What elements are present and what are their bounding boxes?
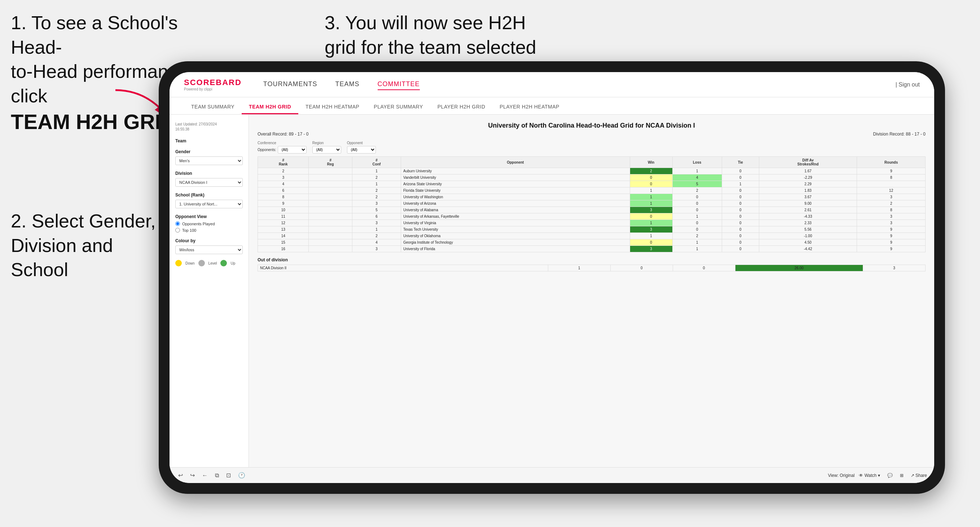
opponent-view-label: Opponent View: [175, 214, 243, 219]
table-row: 82University of Washington1003.673: [258, 194, 926, 200]
sign-out-button[interactable]: | Sign out: [896, 81, 920, 88]
region-label: Region: [312, 141, 341, 145]
view-original[interactable]: View: Original: [828, 473, 855, 478]
comment-button[interactable]: 💬: [887, 473, 893, 478]
filters-row: Conference Opponents: (All) Region (All)…: [258, 141, 926, 154]
tablet-screen: SCOREBARD Powered by clippi TOURNAMENTS …: [170, 72, 934, 483]
school-section: School (Rank) 1. University of Nort...: [175, 192, 243, 208]
annotation-mid-left: 2. Select Gender, Division and School: [11, 209, 156, 282]
col-opponent: Opponent: [401, 157, 630, 168]
division-select[interactable]: NCAA Division I: [175, 178, 243, 187]
table-row: 105University of Alabama3002.618: [258, 207, 926, 213]
sub-nav: TEAM SUMMARY TEAM H2H GRID TEAM H2H HEAT…: [170, 97, 934, 114]
opponent-view-section: Opponent View Opponents Played Top 100: [175, 214, 243, 232]
opponent-view-radios: Opponents Played Top 100: [175, 221, 243, 232]
out-of-division-row: NCAA Division II 1 0 0 26.00 3: [258, 265, 926, 271]
colour-select[interactable]: Win/loss: [175, 246, 243, 254]
table-row: 163University of Florida310-4.429: [258, 246, 926, 252]
table-row: 131Texas Tech University3005.569: [258, 226, 926, 233]
nav-committee[interactable]: COMMITTEE: [378, 79, 420, 90]
col-tie: Tie: [722, 157, 759, 168]
ood-tie: 0: [673, 265, 735, 271]
col-rank: #Rank: [258, 157, 309, 168]
app-header: SCOREBARD Powered by clippi TOURNAMENTS …: [170, 72, 934, 97]
ood-loss: 0: [610, 265, 673, 271]
region-select[interactable]: (All): [312, 146, 341, 154]
gender-section: Gender Men's: [175, 149, 243, 165]
records-row: Overall Record: 89 - 17 - 0 Division Rec…: [258, 132, 926, 137]
overall-record: Overall Record: 89 - 17 - 0: [258, 132, 309, 137]
radio-top-100[interactable]: Top 100: [175, 228, 243, 232]
table-row: 32Vanderbilt University040-2.298: [258, 175, 926, 181]
ood-diff: 26.00: [735, 265, 863, 271]
table-row: 142University of Oklahoma120-1.009: [258, 233, 926, 239]
opponent-select[interactable]: (All): [347, 146, 376, 154]
toolbar-bottom: ↩ ↪ ← ⧉ ⊡ 🕐 View: Original 👁 Watch ▾ 💬 ⊞…: [170, 467, 934, 483]
gender-select[interactable]: Men's: [175, 156, 243, 165]
main-content: Last Updated: 27/03/2024 16:55:38 Team G…: [170, 114, 934, 467]
col-rounds: Rounds: [857, 157, 926, 168]
subnav-player-summary[interactable]: PLAYER SUMMARY: [366, 100, 430, 114]
division-section: Division NCAA Division I: [175, 171, 243, 187]
region-filter: Region (All): [312, 141, 341, 154]
school-select[interactable]: 1. University of Nort...: [175, 200, 243, 208]
subnav-team-summary[interactable]: TEAM SUMMARY: [184, 100, 242, 114]
division-record: Division Record: 88 - 17 - 0: [873, 132, 926, 137]
share-button[interactable]: ↗ Share: [911, 473, 927, 478]
col-diff: Diff AvStrokes/Rnd: [759, 157, 857, 168]
team-section: Team: [175, 138, 243, 143]
table-row: 41Arizona State University0512.29: [258, 181, 926, 187]
division-label: Division: [175, 171, 243, 176]
subnav-player-h2h-grid[interactable]: PLAYER H2H GRID: [430, 100, 493, 114]
conference-label: Conference: [258, 141, 307, 145]
conference-select[interactable]: (All): [278, 146, 307, 154]
down-label: Down: [185, 261, 195, 265]
paste-button[interactable]: ⊡: [225, 470, 232, 480]
data-title: University of North Carolina Head-to-Hea…: [258, 122, 926, 129]
level-dot: [198, 260, 205, 267]
gender-label: Gender: [175, 149, 243, 154]
down-dot: [175, 260, 182, 267]
toolbar-right: 👁 Watch ▾ 💬 ⊞ ↗ Share: [859, 473, 927, 478]
clock-button[interactable]: 🕐: [237, 470, 247, 480]
col-loss: Loss: [672, 157, 722, 168]
subnav-team-h2h-grid[interactable]: TEAM H2H GRID: [242, 100, 298, 114]
tablet-frame: SCOREBARD Powered by clippi TOURNAMENTS …: [159, 61, 945, 494]
h2h-grid-table: #Rank #Reg #Conf Opponent Win Loss Tie D…: [258, 156, 926, 252]
grid-button[interactable]: ⊞: [900, 473, 904, 478]
data-panel: University of North Carolina Head-to-Hea…: [249, 114, 934, 467]
left-panel: Last Updated: 27/03/2024 16:55:38 Team G…: [170, 114, 249, 467]
subnav-team-h2h-heatmap[interactable]: TEAM H2H HEATMAP: [298, 100, 366, 114]
back-button[interactable]: ←: [200, 471, 209, 480]
ood-win: 1: [548, 265, 610, 271]
watch-button[interactable]: 👁 Watch ▾: [859, 473, 880, 478]
radio-opponents-played[interactable]: Opponents Played: [175, 221, 243, 226]
table-row: 154Georgia Institute of Technology0104.5…: [258, 239, 926, 246]
table-header-row: #Rank #Reg #Conf Opponent Win Loss Tie D…: [258, 157, 926, 168]
color-legend: Down Level Up: [175, 260, 243, 267]
logo-area: SCOREBARD Powered by clippi: [184, 78, 242, 91]
opponent-filter: Opponent (All): [347, 141, 376, 154]
nav-tournaments[interactable]: TOURNAMENTS: [263, 79, 317, 90]
table-row: 123University of Virginia1002.333: [258, 220, 926, 226]
team-label: Team: [175, 138, 243, 143]
redo-button[interactable]: ↪: [189, 470, 196, 480]
undo-button[interactable]: ↩: [177, 470, 184, 480]
logo-text: SCOREBARD: [184, 78, 242, 87]
nav-teams[interactable]: TEAMS: [336, 79, 360, 90]
table-row: 93University of Arizona1009.002: [258, 200, 926, 207]
level-label: Level: [208, 261, 217, 265]
ood-label: NCAA Division II: [258, 265, 548, 271]
colour-label: Colour by: [175, 238, 243, 243]
col-conf: #Conf: [352, 157, 401, 168]
copy-button[interactable]: ⧉: [213, 471, 220, 480]
conference-filter: Conference Opponents: (All): [258, 141, 307, 154]
up-label: Up: [231, 261, 235, 265]
last-updated: Last Updated: 27/03/2024 16:55:38: [175, 122, 243, 132]
logo-sub: Powered by clippi: [184, 87, 242, 91]
subnav-player-h2h-heatmap[interactable]: PLAYER H2H HEATMAP: [492, 100, 566, 114]
table-row: 62Florida State University1201.8312: [258, 187, 926, 194]
out-of-division-table: NCAA Division II 1 0 0 26.00 3: [258, 265, 926, 271]
ood-rounds: 3: [863, 265, 926, 271]
col-reg: #Reg: [309, 157, 352, 168]
